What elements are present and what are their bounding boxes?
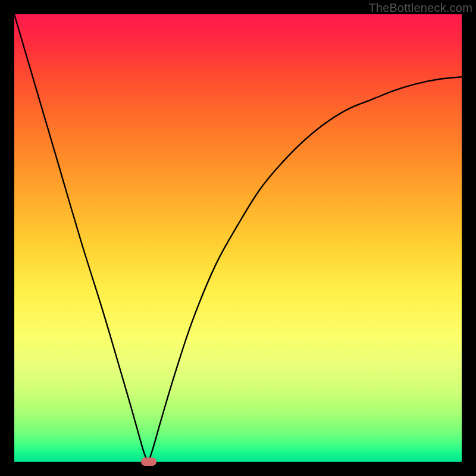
chart-frame: TheBottleneck.com (0, 0, 476, 476)
chart-plot-area (14, 14, 462, 462)
bottleneck-curve (14, 14, 462, 462)
watermark-text: TheBottleneck.com (368, 1, 472, 15)
optimal-point-marker (141, 458, 156, 466)
